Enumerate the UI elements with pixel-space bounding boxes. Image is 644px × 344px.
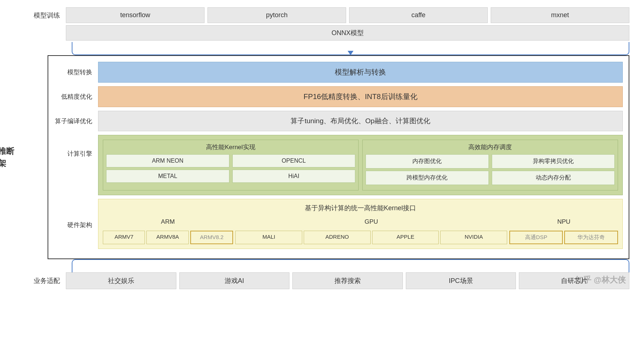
low-precision-row: 低精度优化 FP16低精度转换、INT8后训练量化: [54, 86, 623, 107]
memory-heterogeneous-copy: 异构零拷贝优化: [492, 154, 615, 169]
model-train-label: 模型训练: [34, 11, 60, 20]
biz-items-row: 社交娱乐 游戏AI 推荐搜索 IPC场景 自研芯片: [66, 272, 629, 289]
model-conversion-label: 模型转换: [54, 68, 98, 76]
biz-adapt-label: 业务适配: [15, 276, 66, 285]
hw-armv7: ARMV7: [103, 231, 145, 244]
hw-huawei-davinci: 华为达芬奇: [564, 231, 618, 244]
framework-tensorflow: tensorflow: [66, 7, 205, 23]
green-section: 高性能Kernel实现 ARM NEON OPENCL METAL HiAI: [98, 135, 623, 195]
biz-game-ai: 游戏AI: [179, 272, 290, 289]
hw-npu-label: NPU: [510, 215, 618, 228]
hw-arm-label: ARM: [103, 215, 233, 228]
biz-ipc: IPC场景: [406, 272, 516, 289]
kernel-metal: METAL: [106, 170, 229, 183]
hw-armv8a: ARMV8A: [146, 231, 188, 244]
hw-sub-items-row: ARMV7 ARMV8A ARMV8.2 MALI ADRENO APPLE N…: [103, 231, 618, 244]
yellow-section: 基于异构计算的统一高性能Kernel接口 ARM GPU NPU ARMV7: [98, 199, 623, 249]
hw-adreno: ADRENO: [304, 231, 371, 244]
low-precision-content: FP16低精度转换、INT8后训练量化: [98, 86, 623, 107]
main-frame-wrapper: TNN推断 框架 模型转换 模型解析与转换 低精度优化 FP16低精度转换、IN…: [15, 55, 629, 259]
hardware-row: 硬件架构 基于异构计算的统一高性能Kernel接口 ARM GPU NPU: [54, 199, 623, 249]
hw-nvidia: NVIDIA: [440, 231, 507, 244]
hardware-label: 硬件架构: [54, 199, 98, 229]
top-connector-bracket: [72, 42, 629, 55]
kernel-arm-neon: ARM NEON: [106, 154, 229, 167]
memory-dynamic-alloc: 动态内存分配: [492, 171, 615, 185]
operator-opt-row: 算子编译优化 算子tuning、布局优化、Op融合、计算图优化: [54, 111, 623, 131]
hw-groups-row: ARM GPU NPU: [103, 215, 618, 228]
framework-mxnet: mxnet: [491, 7, 629, 23]
hw-qualcomm-dsp: 高通DSP: [509, 231, 563, 244]
kernel-col: 高性能Kernel实现 ARM NEON OPENCL METAL HiAI: [103, 140, 359, 190]
frameworks-row: tensorflow pytorch caffe mxnet: [66, 7, 629, 23]
hw-gpu-label: GPU: [236, 215, 506, 228]
memory-graph-opt: 内存图优化: [366, 154, 489, 169]
connector-arrow: [348, 51, 353, 55]
memory-col: 高效能内存调度 内存图优化 异构零拷贝优化 跨模型内存优化 动态内存分配: [362, 140, 618, 190]
memory-cross-model: 跨模型内存优化: [366, 171, 489, 185]
model-conversion-row: 模型转换 模型解析与转换: [54, 62, 623, 83]
bottom-section: 业务适配 社交娱乐 游戏AI 推荐搜索 IPC场景 自研芯片: [15, 272, 629, 289]
hw-armv82: ARMV8.2: [190, 231, 233, 244]
framework-caffe: caffe: [349, 7, 488, 23]
memory-title: 高效能内存调度: [366, 143, 615, 151]
diagram: 模型训练 tensorflow pytorch caffe mxnet ONNX…: [15, 7, 629, 289]
bottom-bracket: [72, 259, 629, 272]
biz-social: 社交娱乐: [66, 272, 176, 289]
tnn-label: TNN推断 框架: [0, 145, 14, 169]
onnx-box: ONNX模型: [66, 25, 629, 41]
hw-mali: MALI: [235, 231, 302, 244]
biz-search: 推荐搜索: [292, 272, 403, 289]
operator-opt-content: 算子tuning、布局优化、Op融合、计算图优化: [98, 111, 623, 131]
unified-kernel-label: 基于异构计算的统一高性能Kernel接口: [103, 204, 618, 212]
arm-items: ARMV7 ARMV8A ARMV8.2: [103, 231, 233, 244]
low-precision-label: 低精度优化: [54, 92, 98, 101]
compute-engine-row: 计算引擎 高性能Kernel实现 ARM NEON OPENCL: [54, 135, 623, 195]
model-conversion-content: 模型解析与转换: [98, 62, 623, 83]
main-frame: 模型转换 模型解析与转换 低精度优化 FP16低精度转换、INT8后训练量化 算…: [48, 55, 629, 259]
operator-opt-label: 算子编译优化: [54, 117, 98, 125]
gpu-items: MALI ADRENO APPLE NVIDIA: [235, 231, 507, 244]
kernel-hiai: HiAI: [232, 170, 356, 183]
compute-engine-label: 计算引擎: [54, 135, 98, 158]
kernel-title: 高性能Kernel实现: [106, 143, 355, 151]
framework-pytorch: pytorch: [207, 7, 346, 23]
bottom-connector: [15, 259, 629, 272]
kernel-opencl: OPENCL: [232, 154, 356, 167]
npu-items: 高通DSP 华为达芬奇: [509, 231, 618, 244]
hw-apple: APPLE: [372, 231, 439, 244]
watermark: 知乎 @林大侠: [575, 275, 626, 286]
